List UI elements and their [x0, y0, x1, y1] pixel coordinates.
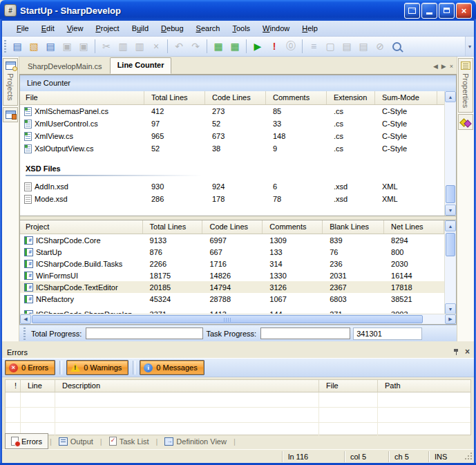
scroll-thumb[interactable]: [32, 315, 423, 323]
menu-item-debug[interactable]: Debug: [155, 22, 189, 35]
project-table-header[interactable]: ProjectTotal LinesCode LinesCommentsBlan…: [20, 220, 444, 234]
menu-item-project[interactable]: Project: [89, 22, 125, 35]
tab-close-icon[interactable]: ×: [450, 63, 453, 70]
table-row[interactable]: ICSharpCode.TextEditor201851479431262367…: [20, 281, 444, 293]
table-row[interactable]: XmlSchemasPanel.cs41227385.csC-Style: [20, 105, 444, 117]
open-file-icon[interactable]: ▧: [26, 39, 41, 54]
file-table-header[interactable]: FileTotal LinesCode LinesCommentsExtensi…: [20, 91, 444, 105]
filter-button-0-warnings[interactable]: 0 Warnings: [66, 360, 128, 375]
copy-icon[interactable]: ▥: [115, 39, 131, 54]
tab-scroll-left-icon[interactable]: ◀: [433, 63, 438, 70]
column-header-blank-lines[interactable]: Blank Lines: [323, 220, 384, 234]
scroll-left-icon[interactable]: ◀: [20, 314, 31, 324]
tab-scroll-right-icon[interactable]: ▶: [441, 63, 446, 70]
column-header-file[interactable]: File: [319, 380, 378, 392]
paste-icon[interactable]: ▥: [132, 39, 147, 54]
menu-item-edit[interactable]: Edit: [35, 22, 61, 35]
resize-grip[interactable]: [464, 452, 473, 462]
toolbar-overflow-button[interactable]: ▾: [465, 37, 474, 56]
delete-icon[interactable]: ×: [149, 39, 164, 54]
save-icon[interactable]: ▣: [59, 39, 75, 54]
window-special-button[interactable]: [404, 3, 420, 19]
menu-item-file[interactable]: File: [10, 22, 35, 35]
undo-icon[interactable]: ↶: [171, 39, 187, 54]
menu-item-tools[interactable]: Tools: [226, 22, 256, 35]
scroll-thumb[interactable]: [446, 185, 455, 203]
column-header-file[interactable]: File: [20, 91, 144, 104]
menu-item-search[interactable]: Search: [190, 22, 227, 35]
file-table-scrollbar[interactable]: ▲ ▼: [444, 91, 456, 216]
column-header-project[interactable]: Project: [20, 220, 143, 234]
horizontal-scrollbar[interactable]: ◀ ▶: [20, 314, 456, 324]
progress-grip[interactable]: [23, 328, 26, 340]
column-header-total-lines[interactable]: Total Lines: [144, 91, 205, 104]
title-bar[interactable]: # StartUp - SharpDevelop ×: [0, 0, 476, 21]
pin-icon[interactable]: [453, 348, 459, 356]
tool-tab-output[interactable]: Output: [53, 434, 99, 448]
sidebar-tab-classes[interactable]: [3, 107, 18, 122]
table-row[interactable]: XmlUserControl.cs975233.csC-Style: [20, 117, 444, 130]
format-lines-icon[interactable]: ≡: [306, 39, 321, 54]
tab-line-counter[interactable]: Line Counter: [110, 57, 172, 74]
tool-tab-errors[interactable]: Errors: [5, 433, 48, 449]
table-row[interactable]: AddIn.xsd9309246.xsdXML: [20, 180, 444, 193]
menu-item-help[interactable]: Help: [296, 22, 324, 35]
table-row[interactable]: NRefactory45324287881067680338521: [20, 293, 444, 305]
table-splitter[interactable]: [20, 216, 456, 220]
scroll-up-icon[interactable]: ▲: [445, 91, 456, 102]
tab-sharpdevelopmain-cs[interactable]: SharpDevelopMain.cs: [21, 59, 109, 74]
column-header-line[interactable]: Line: [21, 380, 55, 392]
comment-region-icon[interactable]: ▦: [211, 39, 226, 54]
scroll-down-icon[interactable]: ▼: [445, 303, 456, 314]
new-file-icon[interactable]: ▤: [10, 39, 25, 54]
column-header-comments[interactable]: Comments: [263, 220, 323, 234]
column-header-description[interactable]: Description: [55, 380, 319, 392]
square-icon[interactable]: ▢: [323, 39, 338, 54]
menu-item-window[interactable]: Window: [256, 22, 296, 35]
scroll-thumb[interactable]: [446, 233, 455, 256]
table-row[interactable]: ICSharpCode.Core9133699713098398294: [20, 234, 444, 246]
table-row[interactable]: ICSharpCode.Build.Tasks22661716314236203…: [20, 258, 444, 269]
abort-icon[interactable]: !: [267, 39, 282, 54]
scroll-down-icon[interactable]: ▼: [445, 205, 456, 216]
scroll-up-icon[interactable]: ▲: [445, 220, 456, 231]
table-row[interactable]: XmlView.cs965673148.csC-Style: [20, 130, 444, 142]
redo-icon[interactable]: ↷: [188, 39, 203, 54]
maximize-button[interactable]: [439, 3, 455, 19]
column-header-code-lines[interactable]: Code Lines: [205, 91, 266, 104]
column-header-extension[interactable]: Extension: [327, 91, 375, 104]
close-icon[interactable]: ×: [465, 348, 470, 356]
sidebar-tab-toolbox[interactable]: [458, 114, 473, 130]
column-header-[interactable]: !: [6, 380, 21, 392]
profile-icon[interactable]: ⓪: [283, 39, 298, 54]
column-header-net-lines[interactable]: Net Lines: [384, 220, 444, 234]
filter-button-0-errors[interactable]: 0 Errors: [5, 360, 55, 375]
toolbar-grip[interactable]: [4, 40, 6, 53]
uncomment-region-icon[interactable]: ▦: [227, 39, 242, 54]
table-row[interactable]: StartUp87666713376800: [20, 246, 444, 258]
sidebar-tab-projects[interactable]: Projects: [3, 58, 18, 106]
column-header-path[interactable]: Path: [378, 380, 470, 392]
menu-item-view[interactable]: View: [61, 22, 90, 35]
sidebar-tab-properties[interactable]: Properties: [458, 58, 473, 113]
project-table-scrollbar[interactable]: ▲ ▼: [444, 220, 456, 314]
column-header-total-lines[interactable]: Total Lines: [143, 220, 203, 234]
table-row[interactable]: WinFormsUI18175148261330203116144: [20, 269, 444, 281]
filter-button-0-messages[interactable]: 0 Messages: [140, 360, 204, 375]
cut-icon[interactable]: ✂: [99, 39, 114, 54]
table-row[interactable]: Mode.xsd28617878.xsdXML: [20, 193, 444, 205]
deploy-alt-icon[interactable]: ▤: [356, 39, 371, 54]
menu-item-build[interactable]: Build: [126, 22, 155, 35]
deploy-icon[interactable]: ▤: [339, 39, 354, 54]
save-all-icon[interactable]: ▣: [76, 39, 91, 54]
tool-tab-definition-view[interactable]: Definition View: [159, 434, 232, 448]
table-row[interactable]: XslOutputView.cs52389.csC-Style: [20, 142, 444, 155]
disable-icon[interactable]: ⊘: [372, 39, 388, 54]
column-header-comments[interactable]: Comments: [266, 91, 327, 104]
tool-tab-task-list[interactable]: Task List: [104, 434, 155, 448]
minimize-button[interactable]: [421, 3, 437, 19]
run-icon[interactable]: ▶: [250, 39, 265, 54]
close-button[interactable]: ×: [456, 3, 472, 19]
search-icon[interactable]: [389, 39, 404, 54]
column-header-code-lines[interactable]: Code Lines: [202, 220, 263, 234]
